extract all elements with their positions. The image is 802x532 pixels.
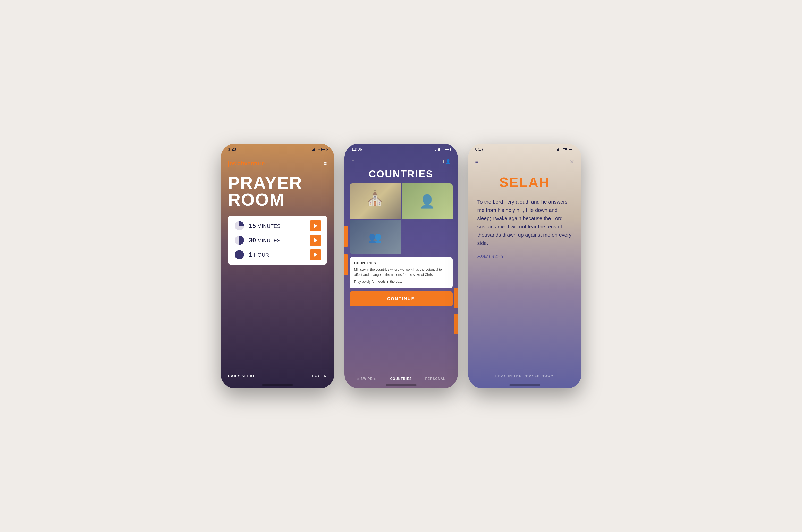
menu-icon[interactable]: ≡ <box>475 159 478 165</box>
photo-church <box>350 183 400 220</box>
log-in-link[interactable]: LOG IN <box>312 374 327 378</box>
user-badge: 1 👤 <box>442 159 450 164</box>
battery-icon <box>568 148 574 151</box>
nav-countries[interactable]: COUNTRIES <box>384 377 418 381</box>
status-icons-phone1: ⌾ <box>312 148 327 151</box>
continue-button[interactable]: CONTINUE <box>350 291 453 306</box>
psalm-reference: Psalm 3:4–6 <box>468 251 581 264</box>
play-arrow-icon <box>314 252 317 257</box>
phone-prayer-room: 3:23 ⌾ josiahventure ≡ PRAYERROOM <box>221 144 334 388</box>
home-indicator <box>509 384 540 386</box>
timer-options-card: 15 MINUTES 30 MINUTES <box>228 215 327 265</box>
phone1-content: josiahventure ≡ PRAYERROOM 15 MINUTES <box>221 155 334 388</box>
signal-icon <box>556 148 560 151</box>
status-bar-phone3: 8:17 LTE <box>468 144 581 155</box>
status-time-phone3: 8:17 <box>475 147 484 152</box>
phone1-header: josiahventure ≡ <box>221 155 334 169</box>
play-button-15min[interactable] <box>310 220 321 231</box>
card-title: COUNTRIES <box>354 261 448 265</box>
timer-row-30: 30 MINUTES <box>234 234 321 246</box>
wifi-icon: ⌾ <box>442 148 443 151</box>
lte-label: LTE <box>562 148 567 151</box>
photo-person <box>402 183 453 220</box>
card-preview: Pray boldly for needs in the co... <box>354 279 448 284</box>
play-button-30min[interactable] <box>310 234 321 246</box>
phone2-content: ≡ 1 👤 COUNTRIES COUNTRIES Ministry in th… <box>344 155 458 388</box>
photo-group <box>350 221 400 254</box>
signal-icon <box>435 148 440 151</box>
pie-icon-15min <box>234 220 245 231</box>
daily-selah-link[interactable]: DAILY SELAH <box>228 374 256 378</box>
status-bar-phone2: 11:36 ⌾ <box>344 144 458 155</box>
user-icon: 👤 <box>446 159 451 164</box>
countries-page-title: COUNTRIES <box>344 166 458 183</box>
phone3-header: ≡ ✕ <box>468 155 581 167</box>
play-arrow-icon <box>314 238 317 243</box>
status-icons-phone2: ⌾ <box>435 148 451 151</box>
close-icon[interactable]: ✕ <box>570 159 574 165</box>
bottom-nav: ◄ SWIPE ► COUNTRIES PERSONAL <box>344 374 458 388</box>
nav-swipe[interactable]: ◄ SWIPE ► <box>350 377 384 381</box>
play-arrow-icon <box>314 224 317 228</box>
battery-icon <box>445 148 451 151</box>
josiah-venture-logo: josiahventure <box>228 160 265 167</box>
phone-countries: 11:36 ⌾ ≡ 1 👤 COUNTRIES <box>344 144 458 388</box>
timer-label-1hour: 1 HOUR <box>249 251 269 258</box>
timer-row-15: 15 MINUTES <box>234 220 321 231</box>
home-indicator <box>262 384 293 386</box>
photo-grid <box>350 183 453 254</box>
pie-icon-30min <box>234 234 245 246</box>
status-icons-phone3: LTE <box>556 148 574 151</box>
status-time-phone1: 3:23 <box>228 147 236 152</box>
menu-icon[interactable]: ≡ <box>324 161 327 166</box>
status-bar-phone1: 3:23 ⌾ <box>221 144 334 155</box>
page-title: PRAYERROOM <box>221 169 334 210</box>
card-body: Ministry in the countries where we work … <box>354 267 448 277</box>
wifi-icon: ⌾ <box>318 148 320 151</box>
phone-selah: 8:17 LTE ≡ ✕ SELAH To the Lord I cry alo… <box>468 144 581 388</box>
timer-label-30: 30 MINUTES <box>249 236 281 244</box>
nav-personal[interactable]: PERSONAL <box>418 377 452 381</box>
phone3-content: ≡ ✕ SELAH To the Lord I cry aloud, and h… <box>468 155 581 388</box>
selah-page-title: SELAH <box>468 167 581 195</box>
timer-row-1hour: 1 HOUR <box>234 249 321 260</box>
menu-icon[interactable]: ≡ <box>352 159 354 164</box>
pie-icon-1hour <box>234 249 245 260</box>
timer-label-15: 15 MINUTES <box>249 222 281 229</box>
home-indicator <box>386 384 416 386</box>
countries-card: COUNTRIES Ministry in the countries wher… <box>350 257 453 288</box>
pray-in-prayer-room-link[interactable]: PRAY IN THE PRAYER ROOM <box>496 374 554 378</box>
status-time-phone2: 11:36 <box>352 147 362 152</box>
svg-point-2 <box>235 250 244 259</box>
play-button-1hour[interactable] <box>310 249 321 260</box>
phone2-header: ≡ 1 👤 <box>344 155 458 166</box>
battery-icon <box>321 148 327 151</box>
selah-quote: To the Lord I cry aloud, and he answers … <box>468 195 581 251</box>
signal-icon <box>312 148 316 151</box>
